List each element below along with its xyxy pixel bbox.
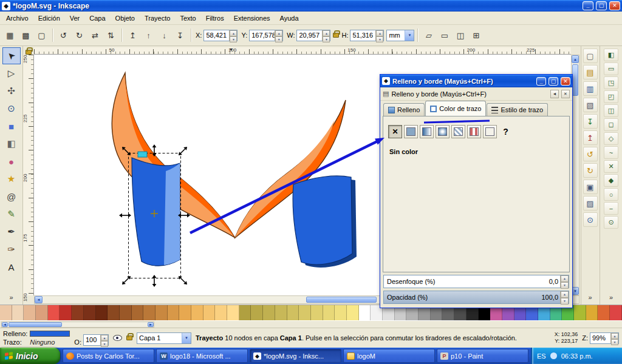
paint-help[interactable]: ? <box>499 125 513 138</box>
palette-swatch-26[interactable] <box>311 305 323 320</box>
palette-swatch-48[interactable] <box>574 305 586 320</box>
blur-value[interactable]: 0,0 <box>532 278 560 285</box>
scale-handle-se[interactable] <box>177 275 189 286</box>
task-posts-by-carlos-tor[interactable]: Posts by Carlos Tor... <box>63 349 154 363</box>
palette-swatch-14[interactable] <box>168 305 180 320</box>
palette-swatch-22[interactable] <box>263 305 275 320</box>
snap-paths-button[interactable]: ~ <box>604 146 618 159</box>
dialog-opacity-value[interactable]: 100,0 <box>532 294 560 301</box>
node-handle[interactable] <box>138 152 147 157</box>
command-save-document[interactable]: ▥ <box>583 81 598 96</box>
palette-swatch-23[interactable] <box>275 305 287 320</box>
palette-swatch-15[interactable] <box>179 305 191 320</box>
snap-bbox-edge-midpoints-button[interactable]: ◫ <box>604 104 618 117</box>
fill-stroke-indicator[interactable]: Relleno: Trazo: Ninguno <box>3 330 70 346</box>
dialog-opacity-spin-down-icon[interactable]: ▼ <box>561 298 569 305</box>
palette-swatch-51[interactable] <box>610 305 622 320</box>
palette-swatch-7[interactable] <box>84 305 96 320</box>
snap-bbox-edges-button[interactable]: ◳ <box>604 76 618 89</box>
toolbox-overflow[interactable]: » <box>9 294 13 301</box>
command-undo[interactable]: ↺ <box>583 147 598 161</box>
palette-scrollbar[interactable]: ◄ ► <box>0 320 622 328</box>
logo-right-blue[interactable] <box>293 176 352 265</box>
dialog-dock-cycle-button[interactable]: ◄ <box>550 90 559 98</box>
command-new-document[interactable]: ▢ <box>583 49 598 63</box>
command-bar-overflow[interactable]: » <box>588 294 592 301</box>
horizontal-scroll-thumb[interactable] <box>306 297 377 303</box>
opacity-spin-down-icon[interactable]: ▼ <box>101 341 108 347</box>
palette-swatch-10[interactable] <box>120 305 132 320</box>
units-dropdown[interactable]: mm ▼ <box>386 30 414 41</box>
task-p10-paint[interactable]: Pp10 - Paint <box>437 349 528 363</box>
paint-pattern[interactable] <box>451 125 465 138</box>
blur-spin-down-icon[interactable]: ▼ <box>561 282 569 289</box>
palette-swatch-16[interactable] <box>191 305 203 320</box>
toolbar-raise-to-top[interactable]: ↥ <box>125 28 140 42</box>
snap-nodes-button[interactable]: ◇ <box>604 132 618 145</box>
toolbar-lower-to-bottom[interactable]: ↧ <box>173 28 188 42</box>
scale-handle-sw[interactable] <box>121 275 132 286</box>
toolbar-select-all[interactable]: ▦ <box>2 28 18 42</box>
palette-swatch-21[interactable] <box>251 305 263 320</box>
lock-ratio-icon[interactable] <box>333 33 339 38</box>
x-field[interactable]: 58,421▲▼ <box>203 30 238 41</box>
w-field[interactable]: 20,957▲▼ <box>296 30 330 41</box>
paint-no-paint[interactable]: ✕ <box>388 125 402 138</box>
scale-handle-s[interactable] <box>152 275 157 287</box>
dialog-dock-close-button[interactable]: ✕ <box>561 90 570 98</box>
tab-relleno[interactable]: Relleno <box>383 103 425 116</box>
dialog-minimize-button[interactable]: _ <box>536 77 546 86</box>
opacity-spin-up-icon[interactable]: ▲ <box>101 335 108 341</box>
y-field[interactable]: 167,578▲▼ <box>249 30 283 41</box>
palette-swatch-27[interactable] <box>323 305 335 320</box>
paint-flat-color[interactable] <box>404 125 418 138</box>
dialog-opacity-spin-up-icon[interactable]: ▲ <box>561 291 569 298</box>
tool-zoom[interactable]: ⊙ <box>2 100 21 117</box>
menu-objeto[interactable]: Objeto <box>111 13 140 24</box>
minimize-button[interactable]: _ <box>583 1 593 10</box>
palette-swatch-1[interactable] <box>12 305 24 320</box>
palette-scroll-left-icon[interactable]: ◄ <box>2 322 8 327</box>
toolbar-flip-vertical[interactable]: ⇅ <box>103 28 118 42</box>
tab-color-de-trazo[interactable]: Color de trazo <box>425 101 486 116</box>
palette-swatch-5[interactable] <box>60 305 72 320</box>
palette-swatch-6[interactable] <box>72 305 84 320</box>
paint-linear-gradient[interactable] <box>420 125 434 138</box>
palette-swatch-24[interactable] <box>287 305 299 320</box>
tool-rectangle[interactable]: ■ <box>2 118 21 135</box>
tray-icon[interactable] <box>550 352 557 359</box>
command-redo[interactable]: ↻ <box>583 163 598 178</box>
close-button[interactable]: ✕ <box>609 1 620 10</box>
snap-object-centers-button[interactable]: ⊙ <box>604 216 618 229</box>
maximize-button[interactable]: ▢ <box>596 1 607 10</box>
blur-slider[interactable]: Desenfoque (%) 0,0 ▲▼ <box>383 275 569 288</box>
toolbar-scale-stroke-width[interactable]: ▱ <box>421 28 436 42</box>
toolbar-rotate-90-cw[interactable]: ↻ <box>72 28 87 42</box>
units-dropdown-arrow-icon[interactable]: ▼ <box>405 30 414 41</box>
snap-cusp-nodes-button[interactable]: ◆ <box>604 174 618 187</box>
palette-swatch-0[interactable] <box>0 305 12 320</box>
toolbar-raise[interactable]: ↑ <box>141 28 156 42</box>
stroke-value[interactable]: Ninguno <box>30 339 70 346</box>
toolbar-flip-horizontal[interactable]: ⇄ <box>87 28 103 42</box>
layer-dropdown-arrow-icon[interactable]: ▼ <box>182 333 191 343</box>
snap-bbox-centers-button[interactable]: ◻ <box>604 118 618 131</box>
horizontal-ruler[interactable]: ▼50100150200225 <box>34 47 571 55</box>
language-indicator[interactable]: ES <box>537 352 546 360</box>
scroll-left-icon[interactable]: ◄ <box>35 296 43 303</box>
toolbar-scale-rounded-corners[interactable]: ▭ <box>437 28 452 42</box>
paint-swatch[interactable] <box>467 125 481 138</box>
fill-color-swatch[interactable] <box>30 331 70 337</box>
menu-archivo[interactable]: Archivo <box>1 13 33 24</box>
tool-box-3d[interactable]: ◧ <box>2 135 21 152</box>
h-spin-up-icon[interactable]: ▲ <box>376 30 383 36</box>
menu-texto[interactable]: Texto <box>175 13 200 24</box>
palette-scroll-thumb[interactable] <box>9 322 62 327</box>
palette-scroll-right-icon[interactable]: ► <box>148 322 154 327</box>
vertical-ruler[interactable]: 250225200175150 <box>23 55 34 295</box>
toolbar-move-patterns[interactable]: ⊞ <box>468 28 484 42</box>
snap-bbox-corners-button[interactable]: ◰ <box>604 90 618 103</box>
w-spin-up-icon[interactable]: ▲ <box>323 30 330 36</box>
command-import-image[interactable]: ↧ <box>583 114 598 129</box>
command-copy[interactable]: ▣ <box>583 180 598 194</box>
